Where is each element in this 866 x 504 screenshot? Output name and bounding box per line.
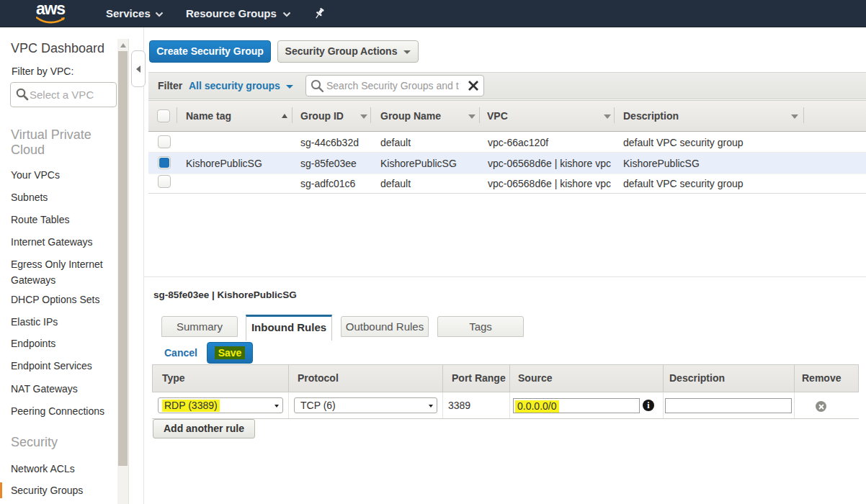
svg-text:aws: aws	[36, 1, 65, 18]
